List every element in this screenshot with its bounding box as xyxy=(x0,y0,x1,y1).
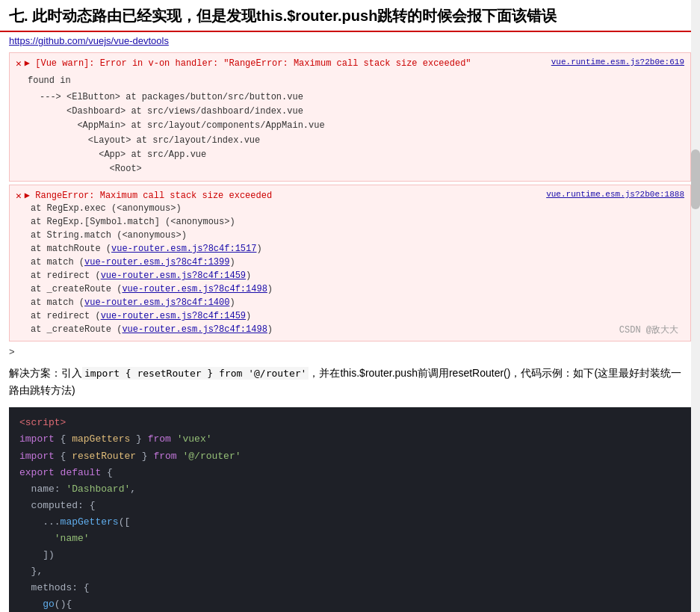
section-heading: 七. 此时动态路由已经实现，但是发现this.$router.push跳转的时候… xyxy=(0,0,700,32)
code-line: ]) xyxy=(19,547,681,563)
at-line: at redirect (vue-router.esm.js?8c4f:1459… xyxy=(31,269,684,282)
at-link[interactable]: vue-router.esm.js?8c4f:1498 xyxy=(122,324,267,335)
watermark-error2: CSDN @敌大大 xyxy=(619,324,678,336)
stack-line: <Root> xyxy=(40,162,684,176)
code-line: }, xyxy=(19,563,681,580)
code-line: 'name' xyxy=(19,531,681,547)
at-line: at _createRoute (vue-router.esm.js?8c4f:… xyxy=(31,282,684,296)
stack-line: <App> at src/App.vue xyxy=(40,148,684,162)
code-line: import { mapGetters } from 'vuex' xyxy=(19,431,681,448)
code-line: name: 'Dashboard', xyxy=(19,481,681,498)
at-line: at RegExp.exec (<anonymous>) xyxy=(31,202,684,215)
solution-text: 解决方案：引入import { resetRouter } from '@/ro… xyxy=(0,359,700,404)
at-link[interactable]: vue-router.esm.js?8c4f:1517 xyxy=(111,244,256,254)
code-line: go(){ xyxy=(19,596,681,612)
at-line: at _createRoute (vue-router.esm.js?8c4f:… xyxy=(31,323,684,336)
code-block: <script> import { mapGetters } from 'vue… xyxy=(9,407,691,612)
error-block-2: ✕ ▶ RangeError: Maximum call stack size … xyxy=(9,185,691,341)
error-message-1: ▶ [Vue warn]: Error in v-on handler: "Ra… xyxy=(25,58,545,69)
stack-trace-1: ---> <ElButton> at packages/button/src/b… xyxy=(40,90,684,176)
url-bar[interactable]: https://github.com/vuejs/vue-devtools xyxy=(0,32,700,49)
more-indicator[interactable]: > xyxy=(0,344,700,359)
error-icon-2: ✕ xyxy=(16,190,22,202)
scrollbar[interactable] xyxy=(691,0,700,612)
code-line: computed: { xyxy=(19,498,681,514)
stack-line: <AppMain> at src/layout/components/AppMa… xyxy=(40,119,684,133)
error-link-2[interactable]: vue.runtime.esm.js?2b0e:1888 xyxy=(546,190,684,199)
at-link[interactable]: vue-router.esm.js?8c4f:1400 xyxy=(84,297,229,308)
error-block-1: ✕ ▶ [Vue warn]: Error in v-on handler: "… xyxy=(9,52,691,182)
code-line: export default { xyxy=(19,465,681,481)
at-line: at match (vue-router.esm.js?8c4f:1400) xyxy=(31,296,684,309)
at-link[interactable]: vue-router.esm.js?8c4f:1459 xyxy=(101,311,246,321)
code-line: import { resetRouter } from '@/router' xyxy=(19,448,681,465)
found-in-label: found in xyxy=(28,74,684,87)
code-line: <script> xyxy=(19,415,681,431)
at-line: at String.match (<anonymous>) xyxy=(31,229,684,242)
scrollbar-thumb[interactable] xyxy=(691,149,700,209)
error-link-1[interactable]: vue.runtime.esm.js?2b0e:619 xyxy=(551,58,684,67)
stack-line: <Layout> at src/layout/index.vue xyxy=(40,134,684,148)
at-line: at redirect (vue-router.esm.js?8c4f:1459… xyxy=(31,309,684,323)
at-line: at matchRoute (vue-router.esm.js?8c4f:15… xyxy=(31,242,684,256)
code-line: ...mapGetters([ xyxy=(19,514,681,531)
error-subtext-1: found in ---> <ElButton> at packages/but… xyxy=(28,74,684,176)
at-link[interactable]: vue-router.esm.js?8c4f:1459 xyxy=(101,271,246,281)
stack-line: <Dashboard> at src/views/dashboard/index… xyxy=(40,105,684,119)
at-link[interactable]: vue-router.esm.js?8c4f:1399 xyxy=(84,257,229,268)
stack-line: ---> <ElButton> at packages/button/src/b… xyxy=(40,90,684,105)
error-icon-1: ✕ xyxy=(16,58,22,69)
at-line: at match (vue-router.esm.js?8c4f:1399) xyxy=(31,256,684,269)
at-line: at RegExp.[Symbol.match] (<anonymous>) xyxy=(31,215,684,229)
error-message-2: ▶ RangeError: Maximum call stack size ex… xyxy=(25,190,540,201)
code-line: methods: { xyxy=(19,580,681,596)
at-link[interactable]: vue-router.esm.js?8c4f:1498 xyxy=(122,284,267,294)
